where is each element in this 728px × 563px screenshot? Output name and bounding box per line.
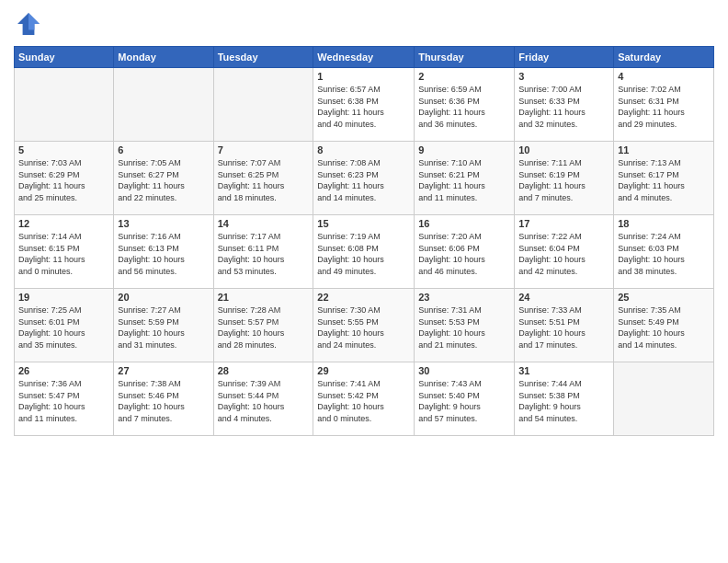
day-number: 11 (618, 144, 710, 155)
calendar-cell: 4Sunrise: 7:02 AM Sunset: 6:31 PM Daylig… (614, 68, 714, 142)
day-number: 23 (418, 292, 510, 303)
day-number: 24 (518, 292, 609, 303)
calendar-week-row: 26Sunrise: 7:36 AM Sunset: 5:47 PM Dayli… (15, 362, 714, 436)
calendar-cell: 30Sunrise: 7:43 AM Sunset: 5:40 PM Dayli… (415, 362, 515, 436)
calendar-cell: 23Sunrise: 7:31 AM Sunset: 5:53 PM Dayli… (415, 289, 515, 362)
calendar-cell: 9Sunrise: 7:10 AM Sunset: 6:21 PM Daylig… (415, 142, 515, 215)
day-info: Sunrise: 7:30 AM Sunset: 5:55 PM Dayligh… (317, 304, 410, 350)
calendar-week-row: 1Sunrise: 6:57 AM Sunset: 6:38 PM Daylig… (15, 68, 714, 142)
day-info: Sunrise: 7:43 AM Sunset: 5:40 PM Dayligh… (418, 378, 510, 424)
weekday-header: Saturday (614, 47, 714, 68)
day-number: 4 (618, 71, 710, 82)
day-number: 27 (118, 365, 209, 376)
calendar-header-row: SundayMondayTuesdayWednesdayThursdayFrid… (15, 47, 714, 68)
weekday-header: Thursday (415, 47, 515, 68)
day-number: 3 (518, 71, 609, 82)
day-info: Sunrise: 7:03 AM Sunset: 6:29 PM Dayligh… (18, 157, 109, 203)
weekday-header: Sunday (15, 47, 114, 68)
calendar-cell: 27Sunrise: 7:38 AM Sunset: 5:46 PM Dayli… (114, 362, 213, 436)
calendar-cell (614, 362, 714, 436)
calendar-cell: 19Sunrise: 7:25 AM Sunset: 6:01 PM Dayli… (15, 289, 114, 362)
day-info: Sunrise: 7:08 AM Sunset: 6:23 PM Dayligh… (317, 157, 410, 203)
weekday-header: Wednesday (313, 47, 415, 68)
calendar-cell: 25Sunrise: 7:35 AM Sunset: 5:49 PM Dayli… (614, 289, 714, 362)
day-info: Sunrise: 7:19 AM Sunset: 6:08 PM Dayligh… (317, 231, 410, 277)
calendar-table: SundayMondayTuesdayWednesdayThursdayFrid… (14, 46, 714, 436)
calendar-week-row: 12Sunrise: 7:14 AM Sunset: 6:15 PM Dayli… (15, 215, 714, 289)
calendar-cell: 3Sunrise: 7:00 AM Sunset: 6:33 PM Daylig… (515, 68, 614, 142)
day-number: 26 (18, 365, 109, 376)
day-number: 2 (418, 71, 510, 82)
calendar-cell: 12Sunrise: 7:14 AM Sunset: 6:15 PM Dayli… (15, 215, 114, 289)
day-number: 18 (618, 218, 710, 229)
day-info: Sunrise: 7:31 AM Sunset: 5:53 PM Dayligh… (418, 304, 510, 350)
day-info: Sunrise: 7:24 AM Sunset: 6:03 PM Dayligh… (618, 231, 710, 277)
calendar-cell (114, 68, 213, 142)
calendar-cell: 11Sunrise: 7:13 AM Sunset: 6:17 PM Dayli… (614, 142, 714, 215)
calendar-cell: 5Sunrise: 7:03 AM Sunset: 6:29 PM Daylig… (15, 142, 114, 215)
calendar-cell: 26Sunrise: 7:36 AM Sunset: 5:47 PM Dayli… (15, 362, 114, 436)
day-info: Sunrise: 7:10 AM Sunset: 6:21 PM Dayligh… (418, 157, 510, 203)
calendar-cell: 13Sunrise: 7:16 AM Sunset: 6:13 PM Dayli… (114, 215, 213, 289)
day-number: 7 (218, 144, 310, 155)
day-info: Sunrise: 7:07 AM Sunset: 6:25 PM Dayligh… (218, 157, 310, 203)
day-info: Sunrise: 7:27 AM Sunset: 5:59 PM Dayligh… (118, 304, 209, 350)
calendar-cell: 10Sunrise: 7:11 AM Sunset: 6:19 PM Dayli… (515, 142, 614, 215)
day-info: Sunrise: 7:05 AM Sunset: 6:27 PM Dayligh… (118, 157, 209, 203)
calendar-cell: 14Sunrise: 7:17 AM Sunset: 6:11 PM Dayli… (213, 215, 313, 289)
calendar-cell: 16Sunrise: 7:20 AM Sunset: 6:06 PM Dayli… (415, 215, 515, 289)
day-info: Sunrise: 7:11 AM Sunset: 6:19 PM Dayligh… (518, 157, 609, 203)
day-info: Sunrise: 6:57 AM Sunset: 6:38 PM Dayligh… (317, 84, 410, 130)
day-number: 31 (518, 365, 609, 376)
weekday-header: Friday (515, 47, 614, 68)
calendar-week-row: 5Sunrise: 7:03 AM Sunset: 6:29 PM Daylig… (15, 142, 714, 215)
calendar-cell: 1Sunrise: 6:57 AM Sunset: 6:38 PM Daylig… (313, 68, 415, 142)
day-number: 8 (317, 144, 410, 155)
day-number: 13 (118, 218, 209, 229)
calendar-cell: 17Sunrise: 7:22 AM Sunset: 6:04 PM Dayli… (515, 215, 614, 289)
day-number: 30 (418, 365, 510, 376)
day-number: 6 (118, 144, 209, 155)
day-number: 25 (618, 292, 710, 303)
calendar-cell: 29Sunrise: 7:41 AM Sunset: 5:42 PM Dayli… (313, 362, 415, 436)
day-info: Sunrise: 7:33 AM Sunset: 5:51 PM Dayligh… (518, 304, 609, 350)
calendar-cell: 28Sunrise: 7:39 AM Sunset: 5:44 PM Dayli… (213, 362, 313, 436)
page-header (14, 9, 714, 39)
day-info: Sunrise: 6:59 AM Sunset: 6:36 PM Dayligh… (418, 84, 510, 130)
day-number: 16 (418, 218, 510, 229)
day-info: Sunrise: 7:16 AM Sunset: 6:13 PM Dayligh… (118, 231, 209, 277)
calendar-cell: 22Sunrise: 7:30 AM Sunset: 5:55 PM Dayli… (313, 289, 415, 362)
day-info: Sunrise: 7:41 AM Sunset: 5:42 PM Dayligh… (317, 378, 410, 424)
day-number: 19 (18, 292, 109, 303)
calendar-cell: 18Sunrise: 7:24 AM Sunset: 6:03 PM Dayli… (614, 215, 714, 289)
day-info: Sunrise: 7:25 AM Sunset: 6:01 PM Dayligh… (18, 304, 109, 350)
day-number: 28 (218, 365, 310, 376)
day-info: Sunrise: 7:17 AM Sunset: 6:11 PM Dayligh… (218, 231, 310, 277)
calendar-cell: 21Sunrise: 7:28 AM Sunset: 5:57 PM Dayli… (213, 289, 313, 362)
calendar-cell: 20Sunrise: 7:27 AM Sunset: 5:59 PM Dayli… (114, 289, 213, 362)
calendar-cell: 24Sunrise: 7:33 AM Sunset: 5:51 PM Dayli… (515, 289, 614, 362)
calendar-week-row: 19Sunrise: 7:25 AM Sunset: 6:01 PM Dayli… (15, 289, 714, 362)
calendar-cell: 8Sunrise: 7:08 AM Sunset: 6:23 PM Daylig… (313, 142, 415, 215)
day-info: Sunrise: 7:14 AM Sunset: 6:15 PM Dayligh… (18, 231, 109, 277)
calendar-cell: 6Sunrise: 7:05 AM Sunset: 6:27 PM Daylig… (114, 142, 213, 215)
svg-marker-1 (28, 13, 40, 29)
day-number: 29 (317, 365, 410, 376)
day-number: 10 (518, 144, 609, 155)
day-info: Sunrise: 7:22 AM Sunset: 6:04 PM Dayligh… (518, 231, 609, 277)
day-info: Sunrise: 7:44 AM Sunset: 5:38 PM Dayligh… (518, 378, 609, 424)
day-info: Sunrise: 7:35 AM Sunset: 5:49 PM Dayligh… (618, 304, 710, 350)
calendar-cell: 15Sunrise: 7:19 AM Sunset: 6:08 PM Dayli… (313, 215, 415, 289)
day-number: 22 (317, 292, 410, 303)
day-number: 5 (18, 144, 109, 155)
calendar-cell: 2Sunrise: 6:59 AM Sunset: 6:36 PM Daylig… (415, 68, 515, 142)
day-info: Sunrise: 7:39 AM Sunset: 5:44 PM Dayligh… (218, 378, 310, 424)
day-info: Sunrise: 7:38 AM Sunset: 5:46 PM Dayligh… (118, 378, 209, 424)
day-number: 21 (218, 292, 310, 303)
day-info: Sunrise: 7:28 AM Sunset: 5:57 PM Dayligh… (218, 304, 310, 350)
day-info: Sunrise: 7:00 AM Sunset: 6:33 PM Dayligh… (518, 84, 609, 130)
day-number: 17 (518, 218, 609, 229)
logo (14, 9, 47, 39)
logo-icon (14, 9, 43, 39)
weekday-header: Monday (114, 47, 213, 68)
